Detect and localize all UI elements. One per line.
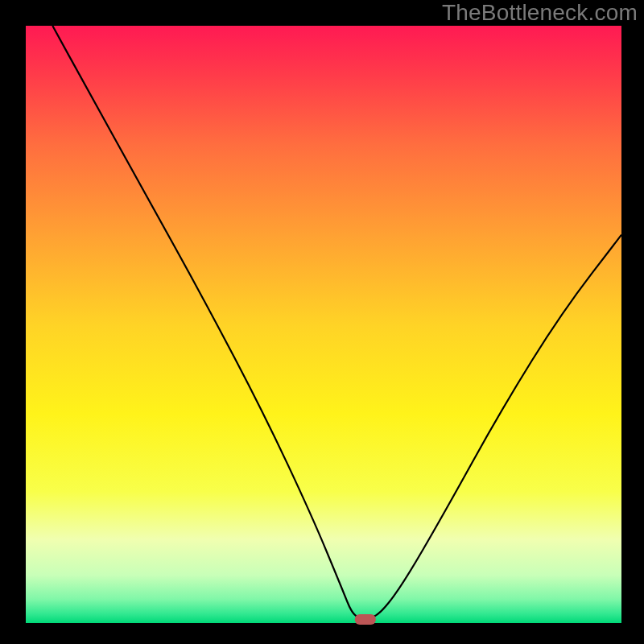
bottleneck-chart: TheBottleneck.com <box>0 0 644 644</box>
chart-svg <box>0 0 644 644</box>
optimal-point-marker <box>355 614 376 625</box>
plot-background <box>26 26 621 623</box>
watermark-text: TheBottleneck.com <box>442 0 638 26</box>
